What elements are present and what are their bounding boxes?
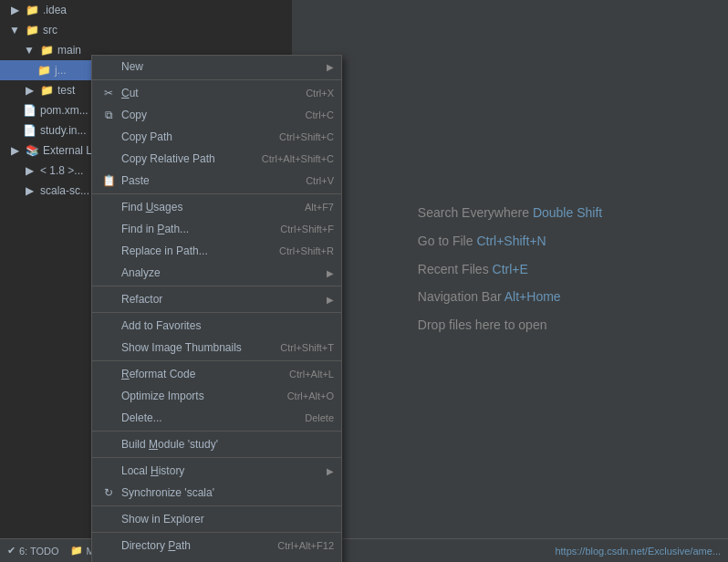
hint-goto-file: Go to File Ctrl+Shift+N xyxy=(418,227,602,255)
menu-new[interactable]: New ▶ xyxy=(92,56,341,78)
separator-9 xyxy=(92,532,341,533)
menu-optimize-imports[interactable]: Optimize Imports Ctrl+Alt+O xyxy=(92,385,341,407)
menu-build-module[interactable]: Build Module 'study' xyxy=(92,433,341,455)
folder-icon: 📁 xyxy=(26,24,39,36)
menu-find-in-path[interactable]: Find in Path... Ctrl+Shift+F xyxy=(92,218,341,240)
hint-recent-files: Recent Files Ctrl+E xyxy=(418,255,602,284)
url-bar: https://blog.csdn.net/Exclusive/ame... xyxy=(555,546,721,557)
menu-copy[interactable]: ⧉ Copy Ctrl+C xyxy=(92,104,341,126)
sync-icon: ↻ xyxy=(99,486,118,499)
folder-icon: 📁 xyxy=(26,4,39,16)
tree-item-idea[interactable]: ▶ 📁 .idea xyxy=(0,0,292,20)
folder-icon: 📁 xyxy=(70,545,83,557)
menu-cut[interactable]: ✂ Cut Ctrl+X xyxy=(92,82,341,104)
expand-icon: ▶ xyxy=(22,183,36,198)
menu-compare-with[interactable]: ⇔ Compare With... Ctrl+D xyxy=(92,557,341,562)
context-menu: New ▶ ✂ Cut Ctrl+X ⧉ Copy Ctrl+C Copy Pa… xyxy=(91,55,342,562)
menu-reformat-code[interactable]: Reformat Code Ctrl+Alt+L xyxy=(92,363,341,385)
folder-icon: 📁 xyxy=(36,63,51,78)
separator-2 xyxy=(92,193,341,194)
expand-icon: ▶ xyxy=(22,163,36,178)
separator-7 xyxy=(92,457,341,458)
expand-icon: ▶ xyxy=(7,143,22,158)
expand-icon: ▶ xyxy=(22,83,36,98)
menu-show-explorer[interactable]: Show in Explorer xyxy=(92,508,341,530)
menu-replace-in-path[interactable]: Replace in Path... Ctrl+Shift+R xyxy=(92,240,341,262)
hint-search: Search Everywhere Double Shift xyxy=(418,199,602,227)
paste-icon: 📋 xyxy=(99,174,118,187)
cut-icon: ✂ xyxy=(99,87,118,99)
menu-local-history[interactable]: Local History ▶ xyxy=(92,460,341,482)
collapse-icon: ▶ xyxy=(7,3,22,17)
menu-paste[interactable]: 📋 Paste Ctrl+V xyxy=(92,170,341,192)
external-libs-icon: 📚 xyxy=(26,144,39,157)
todo-item[interactable]: ✔ 6: TODO xyxy=(7,545,59,557)
separator-5 xyxy=(92,360,341,361)
separator-3 xyxy=(92,286,341,286)
menu-directory-path[interactable]: Directory Path Ctrl+Alt+F12 xyxy=(92,535,341,557)
separator-6 xyxy=(92,431,341,432)
file-icon: 📄 xyxy=(22,123,36,138)
separator-1 xyxy=(92,79,341,80)
main-area: Search Everywhere Double Shift Go to Fil… xyxy=(292,0,728,538)
separator-8 xyxy=(92,505,341,506)
expand-icon: ▼ xyxy=(7,23,22,37)
file-icon: 📄 xyxy=(22,103,36,118)
separator-4 xyxy=(92,312,341,313)
menu-analyze[interactable]: Analyze ▶ xyxy=(92,262,341,284)
menu-copy-path[interactable]: Copy Path Ctrl+Shift+C xyxy=(92,126,341,148)
menu-find-usages[interactable]: Find Usages Alt+F7 xyxy=(92,196,341,218)
folder-icon: 📁 xyxy=(40,44,54,57)
shortcut-hints: Search Everywhere Double Shift Go to Fil… xyxy=(418,199,602,339)
copy-icon: ⧉ xyxy=(99,109,118,121)
expand-icon: ▼ xyxy=(22,43,36,57)
tree-item-src[interactable]: ▼ 📁 src xyxy=(0,20,292,40)
hint-drop-files: Drop files here to open xyxy=(418,311,602,339)
menu-delete[interactable]: Delete... Delete xyxy=(92,407,341,429)
menu-refactor[interactable]: Refactor ▶ xyxy=(92,288,341,310)
menu-show-thumbnails[interactable]: Show Image Thumbnails Ctrl+Shift+T xyxy=(92,337,341,359)
menu-synchronize[interactable]: ↻ Synchronize 'scala' xyxy=(92,482,341,504)
folder-icon: 📁 xyxy=(40,84,54,97)
menu-add-favorites[interactable]: Add to Favorites xyxy=(92,315,341,337)
todo-icon: ✔ xyxy=(7,545,16,557)
menu-copy-relative-path[interactable]: Copy Relative Path Ctrl+Alt+Shift+C xyxy=(92,148,341,170)
hint-nav-bar: Navigation Bar Alt+Home xyxy=(418,283,602,311)
